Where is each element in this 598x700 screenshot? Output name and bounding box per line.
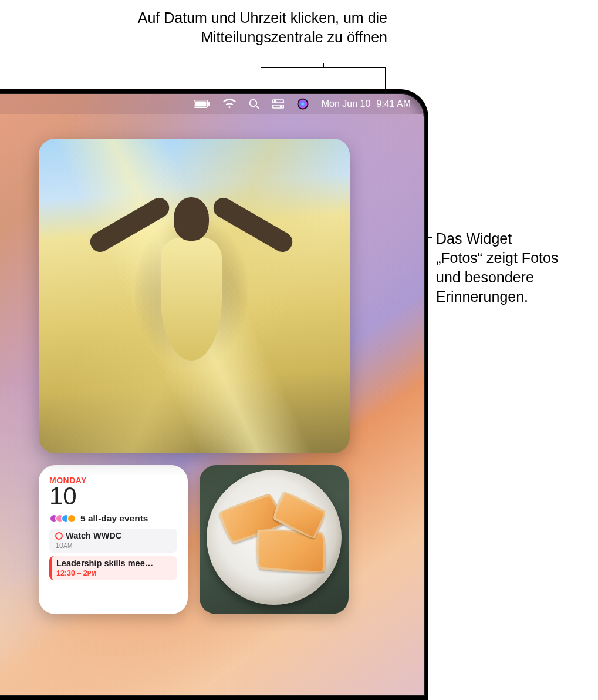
svg-point-10 — [298, 100, 307, 109]
event-title: Leadership skills mee… — [56, 558, 153, 568]
svg-rect-2 — [208, 102, 210, 106]
control-center-icon[interactable] — [272, 99, 284, 109]
device-inner: Mon Jun 10 9:41 AM MONDAY — [0, 93, 425, 696]
calendar-allday-row: 5 all-day events — [49, 513, 177, 524]
callout-line-1: Das Widget — [436, 229, 558, 248]
calendar-dot-cluster — [49, 514, 76, 523]
device-frame: Mon Jun 10 9:41 AM MONDAY — [0, 89, 428, 700]
event-time: 12:30 – 2PM — [56, 569, 173, 577]
calendar-event-2[interactable]: Leadership skills mee… 12:30 – 2PM — [49, 556, 177, 580]
photos-widget[interactable] — [39, 139, 350, 453]
calendar-allday-text: 5 all-day events — [80, 513, 148, 524]
menu-bar-date: Mon Jun 10 — [322, 99, 371, 109]
svg-point-6 — [273, 100, 276, 102]
desktop-screen: Mon Jun 10 9:41 AM MONDAY — [0, 94, 424, 695]
callout-photos-widget: Das Widget „Fotos“ zeigt Fotos und beson… — [436, 229, 558, 307]
menu-bar: Mon Jun 10 9:41 AM — [0, 94, 424, 114]
event-time: 10AM — [55, 541, 173, 550]
menu-bar-time: 9:41 AM — [376, 99, 411, 109]
svg-line-4 — [256, 106, 259, 109]
svg-point-8 — [279, 105, 282, 107]
photo-subject — [127, 180, 256, 415]
reminder-ring-icon — [55, 532, 63, 540]
event-title: Watch WWDC — [66, 531, 121, 540]
menu-bar-datetime[interactable]: Mon Jun 10 9:41 AM — [322, 99, 411, 109]
wifi-icon[interactable] — [223, 99, 236, 109]
calendar-daynum: 10 — [49, 484, 177, 509]
calendar-event-1[interactable]: Watch WWDC 10AM — [49, 529, 177, 553]
calendar-widget[interactable]: MONDAY 10 5 all-day events Watch WWDC 10… — [39, 465, 188, 614]
callout-line-4: Erinnerungen. — [436, 287, 558, 307]
callout-datetime: Auf Datum und Uhrzeit klicken, um die Mi… — [100, 8, 387, 47]
battery-icon[interactable] — [194, 100, 210, 108]
photos-widget-small[interactable] — [200, 465, 349, 614]
callout-line-3: und besondere — [436, 268, 558, 287]
svg-rect-1 — [195, 102, 206, 107]
callout-line-2: „Fotos“ zeigt Fotos — [436, 248, 558, 268]
search-icon[interactable] — [249, 99, 259, 109]
siri-icon[interactable] — [297, 98, 309, 110]
widgets-area: MONDAY 10 5 all-day events Watch WWDC 10… — [39, 139, 350, 614]
